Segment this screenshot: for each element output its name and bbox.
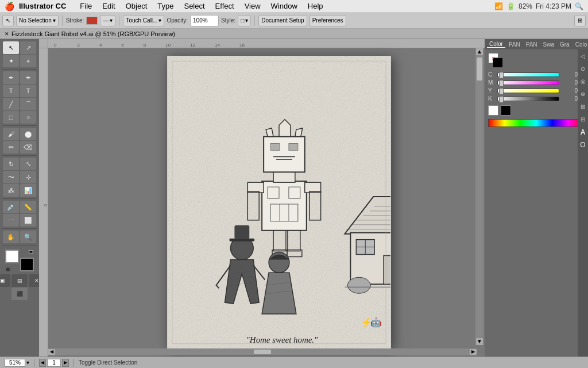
doc-setup-btn[interactable]: Document Setup — [258, 15, 307, 26]
white-swatch[interactable] — [488, 105, 498, 116]
scroll-right-btn[interactable]: ▶ — [470, 349, 477, 355]
stroke-swatch[interactable] — [493, 57, 503, 68]
spectrum-bar[interactable] — [488, 119, 585, 127]
menu-effect[interactable]: Effect — [211, 0, 239, 13]
panel-icon-type[interactable]: A — [578, 128, 587, 137]
colo-tab[interactable]: Colo — [573, 41, 588, 48]
direct-select-tool[interactable]: ↗ — [20, 41, 36, 54]
symbol-spray-tool[interactable]: ⁂ — [3, 184, 19, 197]
black-thumb[interactable] — [499, 96, 504, 103]
selection-tool[interactable]: ↖ — [3, 41, 19, 54]
menu-window[interactable]: Window — [266, 0, 302, 13]
pan-tab-1[interactable]: PAN — [506, 41, 523, 48]
add-anchor-tool[interactable]: ✒ — [20, 71, 36, 84]
scroll-up-btn[interactable]: ▲ — [476, 48, 483, 55]
selection-dropdown[interactable]: No Selection ▾ — [16, 15, 59, 26]
touch-call-dropdown[interactable]: Touch Call... ▾ — [123, 15, 164, 26]
next-page-btn[interactable]: ▶ — [62, 359, 69, 367]
eyedropper-tool[interactable]: 💉 — [3, 201, 19, 213]
menu-file[interactable]: File — [75, 0, 96, 13]
swap-colors-btn[interactable]: ⇄ — [28, 250, 34, 254]
artboard[interactable]: ⚡ 🤖 "Home sweet home." — [167, 56, 391, 349]
zoom-input[interactable] — [5, 359, 25, 367]
color-tab[interactable]: Color — [487, 41, 505, 48]
yellow-thumb[interactable] — [499, 88, 504, 95]
style-dropdown[interactable]: □ ▾ — [238, 15, 251, 26]
scroll-left-btn[interactable]: ◀ — [48, 349, 55, 355]
panel-icon-1[interactable]: ⊙ — [578, 64, 587, 74]
selection-tool-btn[interactable]: ↖ — [2, 15, 14, 26]
warp-tool[interactable]: 〜 — [3, 171, 19, 183]
graph-tool[interactable]: 📊 — [20, 184, 36, 197]
file-tab-label[interactable]: Fizzlestock Giant Robot v4.ai @ 51% (RGB… — [11, 30, 175, 37]
menu-view[interactable]: View — [240, 0, 265, 13]
pencil-tool[interactable]: ✏ — [3, 141, 19, 154]
menu-edit[interactable]: Edit — [98, 0, 119, 13]
panel-icon-o[interactable]: O — [578, 140, 587, 150]
prev-page-btn[interactable]: ◀ — [39, 359, 46, 367]
background-color-swatch[interactable] — [20, 258, 34, 271]
draw-normal-btn[interactable]: ⬛ — [11, 288, 28, 300]
blend-tool[interactable]: ⋯ — [3, 214, 19, 227]
free-transform-tool[interactable]: ⊹ — [20, 171, 36, 183]
arrange-btn[interactable]: ⊞ — [574, 15, 586, 26]
default-colors-btn[interactable]: ⊡ — [5, 267, 11, 271]
search-icon[interactable]: 🔍 — [575, 2, 583, 10]
touch-type-tool[interactable]: T — [20, 85, 36, 97]
panel-icon-5[interactable]: ⊟ — [578, 115, 587, 124]
black-swatch[interactable] — [501, 105, 511, 116]
opacity-input[interactable] — [190, 15, 219, 26]
magenta-slider[interactable] — [497, 80, 559, 85]
panel-collapse-btn[interactable]: ◁ — [578, 52, 587, 61]
page-input[interactable] — [47, 359, 61, 367]
stroke-color-btn[interactable] — [86, 17, 98, 25]
scale-tool[interactable]: ⤡ — [20, 158, 36, 170]
paintbrush-tool[interactable]: 🖌 — [3, 128, 19, 140]
menu-object[interactable]: Object — [121, 0, 152, 13]
zoom-tool[interactable]: 🔍 — [20, 231, 36, 243]
close-tab-icon[interactable]: ✕ — [5, 31, 9, 37]
cyan-thumb[interactable] — [499, 72, 504, 79]
scroll-thumb[interactable] — [477, 57, 482, 80]
ellipse-tool[interactable]: ○ — [20, 111, 36, 124]
rotate-tool[interactable]: ↻ — [3, 158, 19, 170]
blob-brush-tool[interactable]: ⬤ — [20, 128, 36, 140]
panel-icon-4[interactable]: ⊞ — [578, 102, 587, 112]
magenta-thumb[interactable] — [499, 80, 504, 87]
rect-tool[interactable]: □ — [3, 111, 19, 124]
fill-btn[interactable]: ▣ — [0, 274, 10, 287]
gradient-btn[interactable]: ▤ — [11, 274, 28, 287]
yellow-slider[interactable] — [497, 89, 559, 93]
black-slider[interactable] — [497, 97, 559, 101]
line-tool[interactable]: ╱ — [3, 98, 19, 110]
measure-tool[interactable]: 📏 — [20, 201, 36, 213]
magic-wand-tool[interactable]: ✦ — [3, 55, 19, 67]
gra-tab[interactable]: Gra — [558, 41, 572, 48]
lasso-tool[interactable]: ⌖ — [20, 55, 36, 67]
style-arrow-icon: ▾ — [245, 17, 248, 24]
foreground-color-swatch[interactable] — [5, 250, 19, 263]
type-tool[interactable]: T — [3, 85, 19, 97]
preferences-btn[interactable]: Preferences — [310, 15, 346, 26]
hand-tool[interactable]: ✋ — [3, 231, 19, 243]
menu-help[interactable]: Help — [303, 0, 328, 13]
vertical-scrollbar[interactable]: ▲ ▼ — [475, 48, 483, 345]
pan-tab-2[interactable]: PAN — [524, 41, 540, 48]
artboard-tool[interactable]: ⬜ — [20, 214, 36, 227]
scroll-down-btn[interactable]: ▼ — [476, 338, 483, 345]
swa-tab[interactable]: Swa — [541, 41, 556, 48]
arc-tool[interactable]: ⌒ — [20, 98, 36, 110]
pen-tool[interactable]: ✒ — [3, 71, 19, 84]
hscroll-thumb[interactable] — [254, 350, 271, 354]
panel-tabs: Color PAN PAN Swa Gra Colo ☰ ✕ — [485, 39, 588, 49]
menu-select[interactable]: Select — [179, 0, 209, 13]
horizontal-scrollbar[interactable]: ◀ ▶ — [48, 348, 477, 355]
zoom-dropdown-icon[interactable]: ▾ — [26, 359, 29, 366]
panel-icon-2[interactable]: ◎ — [578, 77, 587, 86]
cyan-slider[interactable] — [497, 72, 559, 77]
stroke-dropdown[interactable]: — ▾ — [100, 15, 115, 26]
menu-type[interactable]: Type — [153, 0, 178, 13]
panel-icon-3[interactable]: ⊛ — [578, 90, 587, 99]
canvas-area[interactable]: 0 2 4 6 8 10 12 14 16 0246810 — [39, 39, 485, 356]
eraser-tool[interactable]: ⌫ — [20, 141, 36, 154]
